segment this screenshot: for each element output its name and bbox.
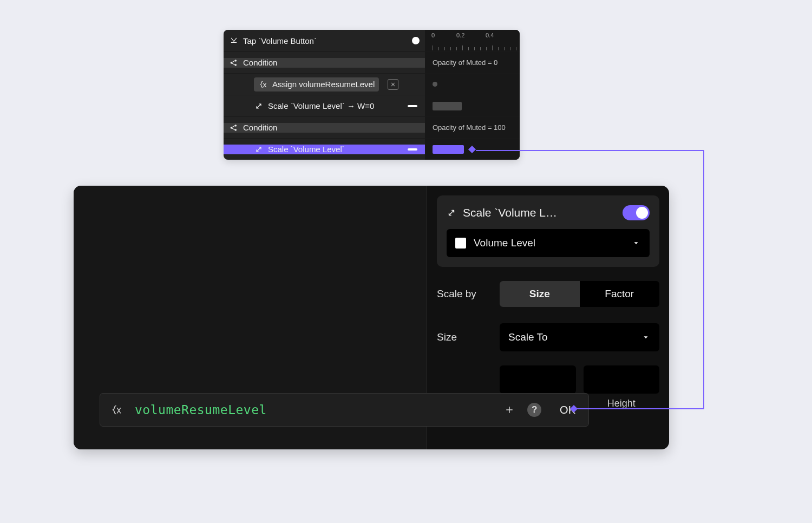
fx-icon (258, 80, 268, 89)
close-action-button[interactable] (388, 79, 398, 90)
scale-by-row: Scale by Size Factor (437, 279, 659, 309)
scale-enabled-toggle[interactable] (623, 205, 650, 220)
scale-by-segmented-control[interactable]: Size Factor (500, 281, 659, 307)
timeline-panel: Tap `Volume Button` 0 0.2 0.4 (224, 30, 520, 160)
timeline-header-row[interactable]: Tap `Volume Button` 0 0.2 0.4 (224, 30, 520, 51)
scale-by-size-option[interactable]: Size (500, 281, 580, 307)
branch-icon (229, 58, 239, 68)
scale-track-bar[interactable] (433, 102, 462, 110)
condition-label: Condition (243, 58, 425, 67)
inspector-panel: volumeResumeLevel ? OK Scale `Volume L… (74, 186, 669, 449)
size-mode-value: Scale To (508, 331, 548, 343)
scale-target-label: Volume Level (474, 237, 535, 249)
assign-keyframe-icon[interactable] (433, 82, 437, 87)
timeline-header-label: Tap `Volume Button` (243, 36, 408, 45)
assign-label-text: Assign volumeResumeLevel (272, 80, 375, 89)
timeline-assign-row[interactable]: Assign volumeResumeLevel (224, 73, 520, 95)
timeline-condition-row[interactable]: Condition Opacity of Muted = 0 (224, 51, 520, 73)
scale-track-bar-selected[interactable] (433, 145, 464, 154)
width-input[interactable] (500, 365, 576, 394)
assign-chip[interactable]: Assign volumeResumeLevel (254, 77, 379, 91)
inspector-left-pane: volumeResumeLevel ? OK (74, 186, 427, 449)
scale-by-factor-option[interactable]: Factor (580, 281, 660, 307)
chevron-down-icon (631, 238, 641, 248)
timeline-selected-scale-row[interactable]: Scale `Volume Level` (224, 138, 520, 160)
condition-status: Opacity of Muted = 100 (425, 117, 520, 138)
timeline-condition-row[interactable]: Condition Opacity of Muted = 100 (224, 116, 520, 138)
fx-icon (108, 404, 125, 415)
chevron-down-icon (641, 332, 651, 342)
size-label: Size (437, 331, 500, 343)
formula-bar: volumeResumeLevel ? OK (100, 393, 589, 427)
svg-point-5 (235, 129, 236, 130)
condition-label: Condition (243, 123, 425, 132)
timeline-scale-row[interactable]: Scale `Volume Level` → W=0 (224, 95, 520, 116)
tap-trigger-icon (229, 36, 239, 45)
formula-add-button[interactable] (501, 402, 518, 418)
collapse-icon[interactable] (408, 148, 417, 151)
layer-thumbnail-icon (455, 238, 466, 249)
record-indicator-icon (412, 37, 420, 44)
height-label: Height (607, 398, 636, 409)
formula-help-button[interactable]: ? (527, 403, 541, 417)
formula-input[interactable]: volumeResumeLevel (135, 403, 492, 417)
scale-selected-label: Scale `Volume Level` (268, 145, 403, 154)
collapse-icon[interactable] (408, 105, 417, 107)
size-mode-select[interactable]: Scale To (500, 323, 659, 351)
timeline-ruler[interactable]: 0 0.2 0.4 (425, 30, 520, 51)
keyframe-diamond-icon[interactable] (468, 145, 476, 153)
scale-action-card: Scale `Volume L… Volume Level (437, 195, 659, 267)
branch-icon (229, 123, 239, 133)
height-input[interactable] (584, 365, 660, 394)
scale-row-label: Scale `Volume Level` → W=0 (268, 101, 403, 110)
scale-by-label: Scale by (437, 288, 500, 300)
scale-icon (254, 101, 264, 111)
scale-card-title: Scale `Volume L… (463, 206, 616, 219)
svg-point-1 (235, 60, 236, 61)
condition-status: Opacity of Muted = 0 (425, 52, 520, 73)
size-mode-row: Size Scale To (437, 321, 659, 354)
scale-icon (254, 145, 264, 154)
scale-target-select[interactable]: Volume Level (447, 229, 650, 257)
svg-point-4 (235, 125, 236, 126)
svg-point-2 (235, 64, 236, 65)
scale-icon (447, 208, 456, 218)
